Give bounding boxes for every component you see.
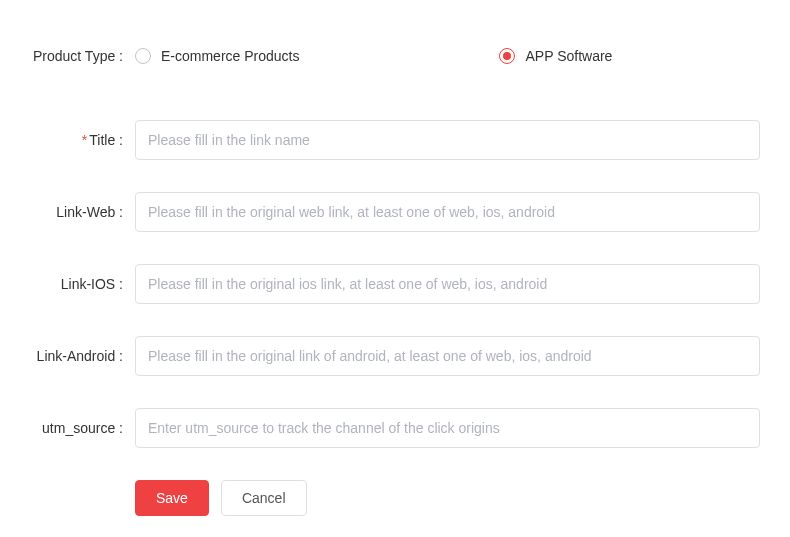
cancel-button[interactable]: Cancel [221,480,307,516]
product-type-row: Product Type : E-commerce Products APP S… [30,48,760,64]
link-android-input-wrapper [135,336,760,376]
link-web-input-wrapper [135,192,760,232]
utm-source-row: utm_source : [30,408,760,448]
title-row: *Title : [30,120,760,160]
radio-icon [499,48,515,64]
radio-app-software-label: APP Software [525,48,612,64]
link-android-label: Link-Android : [30,348,135,364]
title-input[interactable] [135,120,760,160]
link-android-row: Link-Android : [30,336,760,376]
save-button[interactable]: Save [135,480,209,516]
product-type-radio-group: E-commerce Products APP Software [135,48,760,64]
link-web-label: Link-Web : [30,204,135,220]
radio-icon [135,48,151,64]
title-input-wrapper [135,120,760,160]
link-web-row: Link-Web : [30,192,760,232]
utm-source-label: utm_source : [30,420,135,436]
radio-app-software[interactable]: APP Software [499,48,612,64]
link-ios-label: Link-IOS : [30,276,135,292]
product-type-label: Product Type : [30,48,135,64]
link-ios-input-wrapper [135,264,760,304]
link-web-input[interactable] [135,192,760,232]
link-android-input[interactable] [135,336,760,376]
link-ios-row: Link-IOS : [30,264,760,304]
required-star-icon: * [82,132,87,148]
button-row: Save Cancel [30,480,760,516]
title-label: *Title : [30,132,135,148]
radio-ecommerce[interactable]: E-commerce Products [135,48,299,64]
link-ios-input[interactable] [135,264,760,304]
radio-ecommerce-label: E-commerce Products [161,48,299,64]
utm-source-input[interactable] [135,408,760,448]
utm-source-input-wrapper [135,408,760,448]
